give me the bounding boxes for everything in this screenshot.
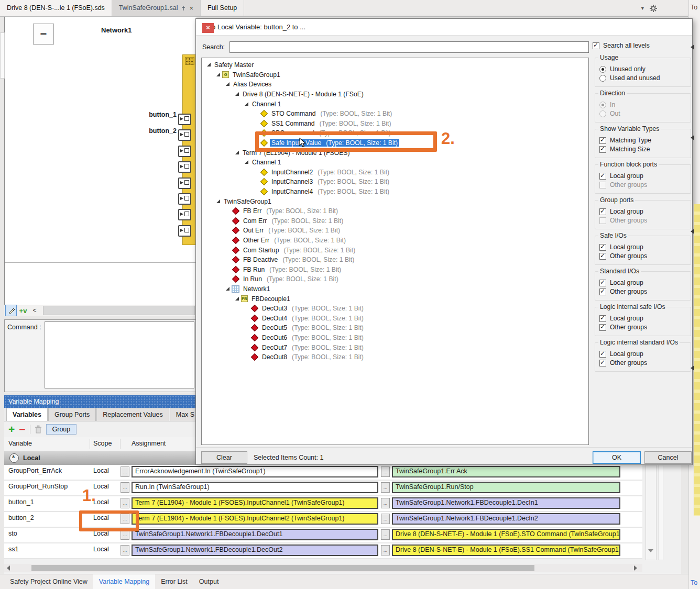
search-all-levels-option[interactable]: Search all levels — [593, 42, 691, 49]
tree-item[interactable]: SS1 Command(Type: BOOL, Size: 1 Bit) — [202, 119, 588, 129]
tree-item[interactable]: DecOut5(Type: BOOL, Size: 1 Bit) — [202, 323, 588, 333]
ok-button[interactable]: OK — [593, 451, 641, 464]
checkbox-option[interactable]: Local group — [599, 208, 687, 215]
checkbox-icon[interactable] — [599, 146, 606, 153]
mapping-tab-variables[interactable]: Variables — [6, 408, 48, 421]
input-connector-icon[interactable] — [178, 129, 191, 141]
checkbox-icon[interactable] — [599, 208, 606, 215]
expand-arrow-icon[interactable] — [206, 62, 213, 68]
clear-button[interactable]: Clear — [201, 451, 247, 464]
toolbox-tab-top[interactable]: To — [691, 4, 697, 11]
radio-option[interactable]: Used and unused — [599, 74, 687, 82]
expand-arrow-icon[interactable] — [215, 198, 222, 205]
horizontal-scrollbar[interactable] — [4, 564, 642, 572]
assignment-browse-button[interactable]: ... — [381, 529, 390, 540]
secondary-scrollbar[interactable] — [658, 465, 663, 560]
input-connector-icon[interactable] — [178, 146, 191, 157]
assignment-browse-button[interactable]: ... — [121, 545, 129, 555]
tree-item[interactable]: Other Err(Type: BOOL, Size: 1 Bit) — [202, 236, 588, 246]
assignment-cell[interactable]: ErrorAcknowledgement.In (TwinSafeGroup1) — [132, 466, 378, 477]
tree-item[interactable]: Alias Devices — [202, 80, 588, 90]
assignment-browse-button[interactable]: ... — [381, 482, 390, 493]
close-icon[interactable]: × — [202, 23, 214, 33]
tab-twinsafegroup1-sal[interactable]: TwinSafeGroup1.sal × — [112, 0, 201, 16]
group-button[interactable]: Group — [46, 424, 77, 435]
expand-arrow-icon[interactable] — [234, 91, 241, 97]
assignment-cell[interactable]: TwinSafeGroup1.Network1.FBDecouple1.DecO… — [132, 544, 378, 556]
tree-item[interactable]: InputChannel2(Type: BOOL, Size: 1 Bit) — [202, 168, 588, 177]
checkbox-option[interactable]: Other groups — [599, 181, 687, 188]
checkbox-option[interactable]: Local group — [599, 243, 687, 251]
checkbox-option[interactable]: Local group — [599, 279, 687, 286]
assignment-browse-button[interactable]: ... — [381, 498, 390, 508]
checkbox-option[interactable]: Other groups — [599, 288, 687, 295]
dialog-title-bar[interactable]: Map Local Variable: button_2 to ... × — [196, 19, 692, 36]
assignment-cell[interactable]: Term 7 (EL1904) - Module 1 (FSOES).Input… — [132, 513, 378, 525]
tree-item[interactable]: TwinSafeGroup1 — [202, 196, 588, 206]
column-variable[interactable]: Variable — [8, 440, 32, 447]
expand-arrow-icon[interactable] — [234, 296, 241, 302]
tree-item[interactable]: Out Err(Type: BOOL, Size: 1 Bit) — [202, 226, 588, 236]
mapping-tab-replacement-values[interactable]: Replacement Values — [96, 408, 169, 421]
assignment-browse-button[interactable]: ... — [121, 482, 129, 493]
assignment-cell[interactable]: TwinSafeGroup1.Network1.FBDecouple1.DecI… — [392, 497, 620, 509]
bottom-tab-safety-project-online-view[interactable]: Safety Project Online View — [4, 574, 93, 589]
tree-item[interactable]: InputChannel4(Type: BOOL, Size: 1 Bit) — [202, 187, 588, 197]
assignment-cell[interactable]: Drive 8 (DEN-S-NET-E) - Module 1 (FSoE).… — [392, 529, 620, 540]
tab-full-setup[interactable]: Full Setup — [201, 0, 244, 16]
assignment-browse-button[interactable]: ... — [121, 498, 129, 508]
collapse-arrow-icon[interactable] — [691, 229, 694, 234]
input-connector-icon[interactable] — [178, 209, 191, 220]
search-input[interactable] — [229, 41, 589, 53]
tree-item[interactable]: FB Deactive(Type: BOOL, Size: 1 Bit) — [202, 255, 588, 265]
tree-item[interactable]: Com Startup(Type: BOOL, Size: 1 Bit) — [202, 245, 588, 255]
tree-item[interactable]: FB Run(Type: BOOL, Size: 1 Bit) — [202, 264, 588, 274]
checkbox-icon[interactable] — [599, 351, 606, 358]
input-connector-icon[interactable] — [178, 193, 191, 205]
tree-item[interactable]: DecOut7(Type: BOOL, Size: 1 Bit) — [202, 342, 588, 352]
assignment-cell[interactable]: TwinSafeGroup1.Run/Stop — [392, 482, 620, 493]
tab-drive8-sds[interactable]: Drive 8 (DEN-S-...le 1 (FSoE).sds — [0, 0, 112, 16]
expand-arrow-icon[interactable] — [244, 101, 250, 107]
column-scope[interactable]: Scope — [93, 440, 112, 447]
checkbox-option[interactable]: Local group — [599, 172, 687, 180]
tree-item[interactable]: Channel 1 — [202, 99, 588, 109]
gear-icon[interactable] — [649, 4, 658, 13]
tree-item[interactable]: In Run(Type: BOOL, Size: 1 Bit) — [202, 274, 588, 284]
collapse-arrow-icon[interactable] — [691, 365, 694, 371]
radio-icon[interactable] — [599, 66, 606, 73]
assignment-browse-button[interactable]: ... — [121, 466, 129, 477]
radio-option[interactable]: Unused only — [599, 65, 687, 73]
input-connector-icon[interactable] — [178, 114, 191, 125]
scope-cell[interactable]: Local — [93, 467, 109, 474]
checkbox-option[interactable]: Local group — [599, 350, 687, 358]
checkbox-icon[interactable] — [599, 217, 606, 224]
delete-icon[interactable] — [35, 425, 42, 434]
collapse-group-icon[interactable] — [9, 453, 19, 463]
chevron-down-icon[interactable]: ▾ — [641, 5, 644, 12]
checkbox-option[interactable]: Local group — [599, 315, 687, 322]
expand-arrow-icon[interactable] — [215, 72, 222, 78]
cancel-button[interactable]: Cancel — [644, 451, 692, 464]
tree-item[interactable]: InputChannel3(Type: BOOL, Size: 1 Bit) — [202, 177, 588, 187]
assignment-cell[interactable]: TwinSafeGroup1.Err Ack — [392, 466, 620, 477]
tree-item[interactable]: DecOut6(Type: BOOL, Size: 1 Bit) — [202, 333, 588, 343]
assignment-cell[interactable]: TwinSafeGroup1.Network1.FBDecouple1.DecO… — [132, 529, 378, 540]
bottom-tab-error-list[interactable]: Error List — [155, 574, 193, 589]
checkbox-icon[interactable] — [599, 137, 606, 144]
radio-option[interactable]: In — [599, 101, 687, 108]
input-connector-icon[interactable] — [178, 161, 191, 173]
checkbox-icon[interactable] — [599, 324, 606, 331]
scroll-left-icon[interactable] — [7, 565, 10, 571]
tree-item[interactable]: Com Err(Type: BOOL, Size: 1 Bit) — [202, 216, 588, 226]
remove-row-button[interactable]: − — [19, 423, 25, 436]
tree-item[interactable]: DecOut3(Type: BOOL, Size: 1 Bit) — [202, 304, 588, 314]
input-connector-icon[interactable] — [178, 177, 191, 189]
checkbox-icon[interactable] — [599, 253, 606, 260]
expand-arrow-icon[interactable] — [234, 150, 241, 156]
assignment-browse-button[interactable]: ... — [381, 466, 390, 477]
radio-icon[interactable] — [599, 110, 606, 117]
add-variable-icon[interactable]: +v — [18, 305, 28, 316]
tree-item[interactable]: FBFBDecouple1 — [202, 294, 588, 304]
checkbox-icon[interactable] — [599, 280, 606, 286]
